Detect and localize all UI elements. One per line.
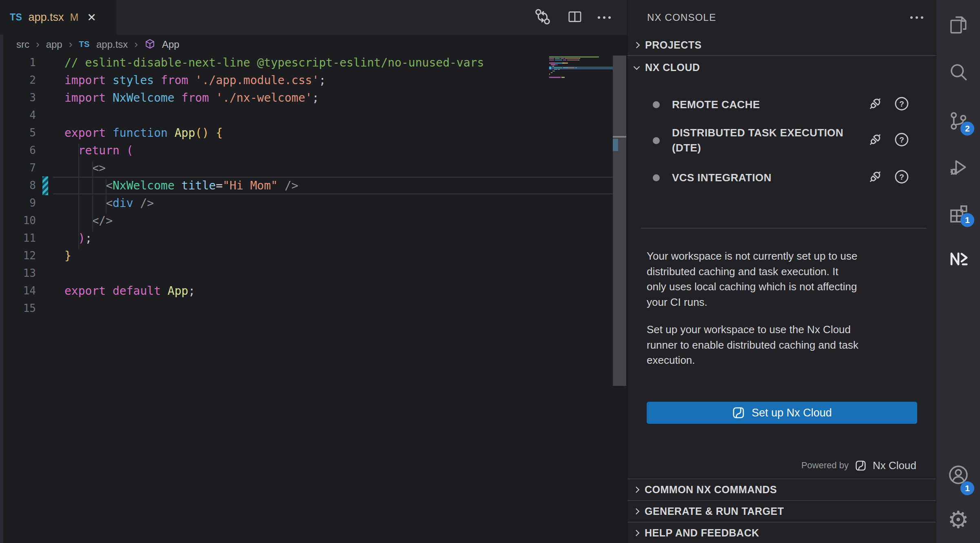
indent-guide — [78, 144, 79, 249]
code-text: // eslint-disable-next-line @typescript-… — [64, 54, 484, 71]
connect-plug-icon[interactable] — [867, 168, 884, 187]
code-line-12[interactable]: 12} — [0, 247, 613, 265]
line-number: 10 — [0, 212, 36, 229]
code-line-3[interactable]: 3import NxWelcome from './nx-welcome'; — [0, 89, 613, 107]
status-dot — [653, 101, 660, 108]
code-line-5[interactable]: 5export function App() { — [0, 124, 613, 142]
extensions-badge: 1 — [960, 213, 974, 227]
panel-more-actions-icon[interactable] — [910, 0, 923, 35]
cloud-item-dte: DISTRIBUTED TASK EXECUTION (DTE) ? — [627, 122, 936, 159]
section-help-and-feedback[interactable]: HELP AND FEEDBACK — [627, 522, 936, 543]
nx-console-icon[interactable] — [947, 248, 969, 272]
chevron-down-icon — [634, 63, 640, 70]
settings-gear-icon[interactable]: ⚙ — [948, 508, 969, 532]
code-line-2[interactable]: 2import styles from './app.module.css'; — [0, 71, 613, 89]
indent-guide — [106, 179, 106, 214]
section-nx-cloud[interactable]: NX CLOUD — [627, 57, 936, 78]
help-icon[interactable]: ? — [894, 169, 910, 187]
powered-brand-label: Nx Cloud — [873, 459, 916, 472]
section-common-nx-commands[interactable]: COMMON NX COMMANDS — [627, 478, 936, 500]
powered-by: Powered by Nx Cloud — [801, 456, 916, 474]
code-text: } — [64, 247, 71, 265]
cloud-item-label: VCS INTEGRATION — [672, 170, 851, 185]
minimap-code-bar — [549, 58, 554, 59]
setup-nx-cloud-button[interactable]: Set up Nx Cloud — [647, 402, 917, 424]
search-icon[interactable] — [947, 61, 969, 85]
section-generate-run-target[interactable]: GENERATE & RUN TARGET — [627, 500, 936, 522]
explorer-icon[interactable] — [947, 13, 969, 37]
code-text: return ( — [64, 142, 133, 159]
overview-modified-marker — [613, 139, 618, 151]
indent-guide — [92, 161, 93, 231]
minimap-code-bar — [579, 58, 580, 59]
workspace-status-text: Your workspace is not currently set up t… — [647, 249, 857, 310]
code-line-11[interactable]: 11 ); — [0, 229, 613, 247]
editor-more-actions-icon[interactable] — [598, 16, 611, 19]
line-number: 7 — [0, 159, 36, 177]
minimap[interactable] — [549, 56, 613, 109]
line-number: 15 — [0, 300, 36, 317]
minimap-code-bar — [561, 58, 564, 59]
minimap-code-bar — [575, 67, 577, 69]
minimap-code-bar — [555, 62, 562, 64]
svg-text:?: ? — [899, 173, 904, 181]
help-icon[interactable]: ? — [894, 96, 910, 113]
chevron-right-icon — [634, 42, 640, 49]
svg-text:?: ? — [899, 100, 904, 108]
breadcrumb-src[interactable]: src — [16, 39, 29, 50]
tab-app-tsx[interactable]: TS app.tsx M ✕ — [0, 0, 116, 35]
code-line-13[interactable]: 13 — [0, 265, 613, 282]
line-number: 3 — [0, 89, 36, 107]
code-line-6[interactable]: 6 return ( — [0, 142, 613, 159]
editor-scrollbar[interactable] — [613, 56, 626, 386]
line-number: 9 — [0, 194, 36, 212]
breadcrumb-app[interactable]: app — [46, 39, 62, 50]
section-nx-cloud-label: NX CLOUD — [645, 62, 700, 73]
editor-tab-bar: TS app.tsx M ✕ — [0, 0, 627, 35]
nx-cloud-logo-icon — [855, 460, 867, 472]
cloud-item-label: REMOTE CACHE — [672, 97, 851, 112]
tab-filename: app.tsx — [28, 11, 64, 24]
breadcrumb: src › app › TS app.tsx › App — [16, 35, 180, 54]
nx-cloud-logo-icon — [732, 406, 745, 419]
line-number: 13 — [0, 265, 36, 282]
code-text: import styles from './app.module.css'; — [64, 71, 326, 89]
code-text: export default App; — [64, 282, 195, 300]
divider — [641, 228, 927, 229]
cloud-item-label: DISTRIBUTED TASK EXECUTION (DTE) — [672, 125, 851, 156]
code-line-4[interactable]: 4 — [0, 107, 613, 124]
section-projects[interactable]: PROJECTS — [627, 35, 936, 56]
connect-plug-icon[interactable] — [867, 95, 884, 114]
minimap-modified-marker — [549, 67, 551, 70]
open-changes-icon[interactable] — [533, 7, 552, 28]
powered-by-label: Powered by — [801, 460, 849, 471]
minimap-code-bar — [549, 56, 599, 58]
breadcrumb-symbol[interactable]: App — [162, 39, 180, 50]
help-icon[interactable]: ? — [894, 131, 910, 149]
run-debug-icon[interactable] — [947, 156, 969, 180]
minimap-code-bar — [549, 73, 550, 75]
minimap-code-bar — [567, 62, 568, 64]
line-number: 8 — [0, 177, 36, 194]
code-line-1[interactable]: 1// eslint-disable-next-line @typescript… — [0, 54, 613, 71]
minimap-code-bar — [552, 71, 555, 72]
chevron-right-icon — [633, 530, 640, 536]
code-line-15[interactable]: 15 — [0, 300, 613, 317]
svg-text:?: ? — [899, 136, 904, 144]
split-editor-icon[interactable] — [567, 9, 583, 27]
minimap-code-bar — [551, 64, 556, 65]
minimap-code-bar — [563, 60, 566, 61]
code-line-14[interactable]: 14export default App; — [0, 282, 613, 300]
line-number: 2 — [0, 71, 36, 89]
activity-bar: 2 1 1 ⚙ — [936, 0, 980, 543]
tab-modified-badge: M — [70, 11, 78, 23]
setup-suggestion-text: Set up your workspace to use the Nx Clou… — [647, 322, 858, 368]
typescript-file-icon: TS — [79, 40, 90, 49]
chevron-right-icon — [633, 487, 640, 493]
tab-close-icon[interactable]: ✕ — [87, 11, 96, 24]
connect-plug-icon[interactable] — [867, 131, 884, 150]
breadcrumb-file[interactable]: app.tsx — [96, 39, 128, 50]
line-number: 5 — [0, 124, 36, 142]
code-text: <> — [64, 159, 106, 177]
minimap-code-bar — [555, 58, 560, 59]
